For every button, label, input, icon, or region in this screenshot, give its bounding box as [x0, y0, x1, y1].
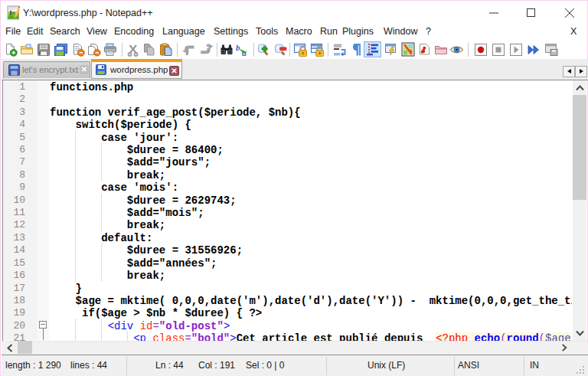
svg-text:b: b: [236, 43, 240, 52]
